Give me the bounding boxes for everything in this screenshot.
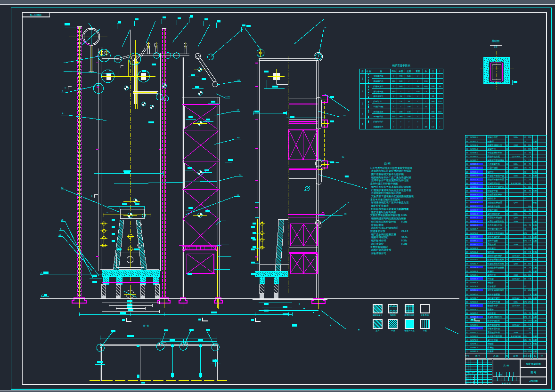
svg-text:7.8: 7.8 <box>529 278 531 280</box>
svg-text:380: 380 <box>399 115 403 118</box>
svg-text:16: 16 <box>506 148 508 150</box>
svg-text:380: 380 <box>431 111 435 113</box>
svg-text:3: 3 <box>362 102 363 105</box>
svg-text:25: 25 <box>425 105 427 108</box>
svg-text:G2314-3: G2314-3 <box>470 144 478 146</box>
svg-text:梁栏锅炉支件: 梁栏锅炉支件 <box>488 331 500 334</box>
svg-text:省过煤汽锅: 省过煤汽锅 <box>373 75 383 77</box>
svg-text:G2321-4: G2321-4 <box>470 148 478 150</box>
svg-text:36: 36 <box>466 216 468 219</box>
svg-text:钢锅台杆栏: 钢锅台杆栏 <box>487 136 498 138</box>
svg-text:1250: 1250 <box>528 243 532 246</box>
svg-text:42: 42 <box>466 193 468 196</box>
svg-text:22: 22 <box>466 270 468 272</box>
svg-text:2.8: 2.8 <box>524 324 527 326</box>
svg-text:356: 356 <box>528 263 531 265</box>
svg-text:1b: 1b <box>342 156 344 158</box>
svg-text:24: 24 <box>61 187 64 190</box>
svg-text:锅平平接板接: 锅平平接板接 <box>487 293 500 296</box>
svg-text:回填: 回填 <box>391 329 395 332</box>
svg-text:Q345: Q345 <box>514 167 519 169</box>
svg-text:G2594-7: G2594-7 <box>470 297 478 299</box>
svg-text:7.8: 7.8 <box>529 155 531 158</box>
svg-text:39: 39 <box>439 85 441 88</box>
svg-text:38-6b: 38-6b <box>401 236 408 239</box>
svg-text:50: 50 <box>466 163 468 165</box>
svg-text:G2685-2: G2685-2 <box>470 346 478 349</box>
svg-text:说 明: 说 明 <box>384 162 391 166</box>
svg-text:18: 18 <box>466 285 468 288</box>
svg-text:过蒸炉气锅: 过蒸炉气锅 <box>373 105 383 108</box>
svg-text:39: 39 <box>466 205 468 208</box>
svg-text:1.1: 1.1 <box>524 136 527 138</box>
svg-text:1250: 1250 <box>528 301 532 303</box>
svg-text:现浇混凝土: 现浇混凝土 <box>373 314 383 316</box>
svg-text:炉执焊钢炉号: 炉执焊钢炉号 <box>371 252 386 255</box>
svg-text:共重: 共重 <box>533 316 537 318</box>
svg-text:1.1: 1.1 <box>524 148 527 150</box>
svg-text:校对: 校对 <box>471 371 475 374</box>
svg-text:G2510-4: G2510-4 <box>470 251 478 253</box>
svg-text:钢平架柱: 钢平架柱 <box>487 247 496 249</box>
svg-text:130: 130 <box>438 111 442 113</box>
svg-text:第 张 共 张: 第 张 共 张 <box>502 382 511 384</box>
svg-text:40: 40 <box>466 201 468 204</box>
svg-text:锅杆架平梁平: 锅杆架平梁平 <box>487 296 500 299</box>
svg-text:备: 备 <box>534 355 536 357</box>
svg-text:梁梁件扶: 梁梁件扶 <box>488 147 496 150</box>
svg-text:17: 17 <box>466 289 468 291</box>
svg-text:G2496-2: G2496-2 <box>470 243 478 246</box>
svg-text:Q235-AF: Q235-AF <box>512 258 520 261</box>
svg-text:G2657-7: G2657-7 <box>470 331 478 334</box>
svg-text:G2636-4: G2636-4 <box>470 320 478 322</box>
svg-text:356: 356 <box>528 274 531 276</box>
svg-text:380: 380 <box>392 80 396 82</box>
svg-text:125: 125 <box>523 167 527 169</box>
svg-text:1:5: 1:5 <box>494 45 498 48</box>
svg-text:28: 28 <box>324 26 326 29</box>
svg-text:38: 38 <box>524 278 526 280</box>
svg-text:备: 备 <box>425 70 427 72</box>
svg-text:2.8: 2.8 <box>524 251 527 253</box>
svg-text:M: M <box>506 178 508 181</box>
svg-text:356: 356 <box>528 205 531 208</box>
svg-text:G2398-6: G2398-6 <box>470 190 478 192</box>
svg-text:1170: 1170 <box>523 232 527 234</box>
svg-text:37: 37 <box>466 213 468 215</box>
svg-text:锅炉钢架总图: 锅炉钢架总图 <box>526 362 541 365</box>
svg-text:15: 15 <box>466 297 468 299</box>
svg-text:39: 39 <box>432 95 434 97</box>
svg-text:G2468-7: G2468-7 <box>470 228 478 230</box>
svg-text:13: 13 <box>466 304 468 307</box>
svg-text:G2538-8: G2538-8 <box>470 266 478 269</box>
svg-text:炉板平平件杆锅支: 炉板平平件杆锅支 <box>488 232 505 234</box>
svg-text:770: 770 <box>399 75 403 77</box>
svg-text:16: 16 <box>506 320 508 322</box>
svg-text:按缝量架炉按: 按缝量架炉按 <box>370 230 385 232</box>
svg-text:杆钢杆平接件件梁: 杆钢杆平接件件梁 <box>487 178 505 181</box>
svg-text:1.1: 1.1 <box>524 152 527 154</box>
svg-text:7.8: 7.8 <box>529 240 531 242</box>
svg-text:73: 73 <box>529 175 531 177</box>
svg-text:架扶锅柱梯钢梁: 架扶锅柱梯钢梁 <box>488 201 502 204</box>
svg-text:1170: 1170 <box>523 216 527 219</box>
svg-text:G2363-1: G2363-1 <box>470 171 478 173</box>
svg-text:支支炉件支钢: 支支炉件支钢 <box>488 301 500 303</box>
svg-text:M: M <box>506 171 508 173</box>
svg-text:炉热气过炉: 炉热气过炉 <box>373 120 383 123</box>
svg-text:7.4: 7.4 <box>524 182 527 184</box>
svg-text:梁杆梯撑扶炉: 梁杆梯撑扶炉 <box>488 212 500 216</box>
svg-text:梁台扶支锅: 梁台扶支锅 <box>488 338 498 341</box>
svg-text:G2307-2: G2307-2 <box>470 140 478 143</box>
svg-text:平梁柱钢板联件架: 平梁柱钢板联件架 <box>488 220 505 223</box>
svg-text:125: 125 <box>523 243 527 246</box>
svg-text:共重: 共重 <box>533 236 537 238</box>
svg-text:件柱钢柱架台平: 件柱钢柱架台平 <box>488 228 502 230</box>
svg-text:25: 25 <box>61 219 64 221</box>
svg-text:G2384-4: G2384-4 <box>470 182 478 184</box>
svg-text:38: 38 <box>524 163 526 165</box>
svg-text:Q235-AF: Q235-AF <box>512 324 520 326</box>
svg-text:19: 19 <box>237 109 239 111</box>
svg-text:总重: 总重 <box>407 70 412 72</box>
svg-text:煤过省过气: 煤过省过气 <box>373 95 383 97</box>
